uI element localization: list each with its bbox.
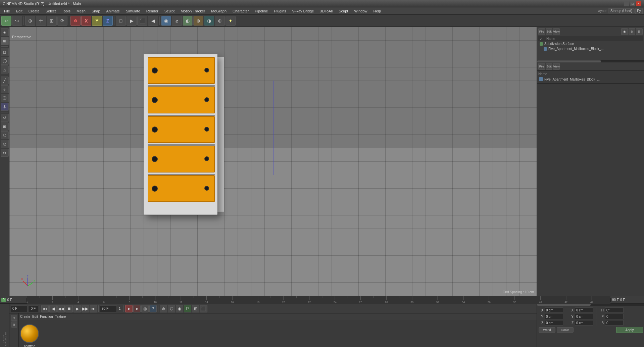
coord-x-size[interactable] (575, 307, 593, 313)
attr-view-btn[interactable]: View (553, 63, 560, 70)
ik-btn[interactable]: ⊞ (192, 305, 199, 312)
menu-simulate[interactable]: Simulate (123, 8, 143, 14)
record-btn[interactable]: ● (125, 305, 133, 312)
select-tool[interactable]: ◈ (1, 28, 9, 36)
light-btn[interactable]: ✦ (226, 16, 236, 26)
hierarchy-icon1[interactable]: ◉ (621, 28, 628, 35)
x-btn[interactable]: X (81, 16, 91, 26)
camera-btn[interactable]: ⊕ (215, 16, 225, 26)
coord-scale-btn[interactable]: Scale (557, 327, 574, 333)
hierarchy-view-btn[interactable]: View (553, 28, 560, 35)
mat-menu-texture[interactable]: Texture (55, 315, 66, 318)
undo-button[interactable]: ↩ (1, 16, 11, 26)
grid-tool[interactable]: ⊞ (1, 122, 9, 131)
menu-plugins[interactable]: Plugins (271, 8, 289, 14)
attr-file-btn[interactable]: File (538, 63, 545, 70)
nurbs-btn[interactable]: ◐ (183, 16, 193, 26)
menu-sculpt[interactable]: Sculpt (162, 8, 178, 14)
coord-p-val[interactable] (605, 314, 624, 319)
menu-help[interactable]: Help (371, 8, 384, 14)
menu-mograph[interactable]: MoGraph (208, 8, 229, 14)
hierarchy-scrollbar[interactable] (537, 60, 644, 62)
edge-tool[interactable]: ◯ (1, 57, 9, 65)
render-region-btn[interactable]: □ (116, 16, 126, 26)
checkerboard-tool[interactable]: ⊞ (1, 37, 9, 45)
menu-tools[interactable]: Tools (59, 8, 73, 14)
maximize-button[interactable]: □ (630, 1, 635, 6)
redo-button[interactable]: ↪ (12, 16, 22, 26)
material-ball-apartme[interactable]: apartme (20, 324, 39, 343)
hierarchy-edit-btn[interactable]: Edit (546, 28, 552, 35)
point-tool[interactable]: △ (1, 65, 9, 73)
stop-btn[interactable]: ⏹ (65, 305, 73, 312)
hex-tool[interactable]: ⬡ (1, 131, 9, 139)
render-to-picture-viewer[interactable]: ▶ (127, 16, 137, 26)
render-active-view[interactable]: ⬛ (137, 16, 147, 26)
coord-h-val[interactable] (605, 307, 624, 313)
mat-tool-1[interactable]: ◻ (11, 315, 17, 321)
coord-z-size[interactable] (575, 320, 593, 326)
x-axis-btn[interactable]: ⊘ (70, 16, 81, 26)
deform-btn[interactable]: ⊗ (193, 16, 203, 26)
ring-tool[interactable]: ⊙ (1, 149, 9, 157)
next-frame-btn[interactable]: ▶▶ (82, 305, 89, 312)
menu-script[interactable]: Script (336, 8, 351, 14)
rotate-tool[interactable]: ⟳ (57, 16, 67, 26)
viewport[interactable]: Edit Cameras Display Options Filter Pane… (9, 27, 537, 296)
motion-btn[interactable]: P (184, 305, 191, 312)
menu-vray[interactable]: V-Ray Bridge (290, 8, 317, 14)
play-reverse-btn[interactable]: ◀◀ (57, 305, 65, 312)
keyframe-sel-btn[interactable]: ◎ (141, 305, 149, 312)
coord-scrollbar[interactable] (537, 304, 644, 306)
attr-edit-btn[interactable]: Edit (546, 63, 552, 70)
coord-world-btn[interactable]: World (539, 327, 555, 333)
snap-btn[interactable]: ⊕ (160, 305, 167, 312)
coord-y-pos[interactable] (545, 314, 563, 319)
minimize-button[interactable]: ─ (624, 1, 629, 6)
goto-start-btn[interactable]: ⏮ (41, 305, 49, 312)
coord-y-size[interactable] (575, 314, 593, 319)
move-tool[interactable]: ✛ (36, 16, 46, 26)
spline-btn[interactable]: ⌀ (172, 16, 182, 26)
coord-x-pos[interactable] (545, 307, 563, 313)
coord-z-pos[interactable] (545, 320, 563, 326)
play-btn[interactable]: ▶ (73, 305, 81, 312)
hierarchy-item-mailbox[interactable]: Five_Apartment_Mailboxes_Block_... (538, 46, 643, 51)
dollar-tool[interactable]: $ (1, 103, 9, 111)
mat-tool-2[interactable]: ⊞ (11, 321, 17, 328)
render-settings[interactable]: ◀ (148, 16, 158, 26)
close-button[interactable]: ✕ (636, 1, 641, 6)
mat-menu-function[interactable]: Function (40, 315, 53, 318)
polygon-tool[interactable]: ◻ (1, 48, 9, 56)
paint-tool[interactable]: ╱ (1, 77, 9, 85)
menu-select[interactable]: Select (43, 8, 59, 14)
menu-mesh[interactable]: Mesh (74, 8, 88, 14)
hierarchy-item-subdivision[interactable]: Subdivision Surface (538, 41, 643, 46)
menu-create[interactable]: Create (26, 8, 42, 14)
menu-character[interactable]: Character (230, 8, 251, 14)
menu-file[interactable]: File (1, 8, 13, 14)
menu-edit[interactable]: Edit (13, 8, 25, 14)
apply-button[interactable]: Apply (616, 327, 643, 333)
spline-draw-tool[interactable]: ⓢ (1, 94, 9, 102)
mat-menu-create[interactable]: Create (20, 315, 30, 318)
layout-selector[interactable]: Startup (Used) (608, 8, 635, 13)
hierarchy-icon2[interactable]: ⊕ (629, 28, 635, 35)
twist-tool[interactable]: ↺ (1, 114, 9, 122)
menu-pipeline[interactable]: Pipeline (252, 8, 270, 14)
menu-motion-tracker[interactable]: Motion Tracker (178, 8, 208, 14)
grid-pb-btn[interactable]: ⬛ (200, 305, 207, 312)
python-btn[interactable]: Py (635, 8, 643, 14)
coord-b-val[interactable] (605, 320, 624, 326)
timeline-ruler[interactable]: 0 2 4 6 8 10 12 14 (27, 296, 610, 304)
autokey-btn[interactable]: ● (133, 305, 141, 312)
environment-btn[interactable]: ◑ (204, 16, 214, 26)
target-tool[interactable]: ◎ (1, 140, 9, 148)
z-btn[interactable]: Z (103, 16, 113, 26)
scroll-handle[interactable] (537, 60, 601, 62)
prev-frame-btn[interactable]: ◀ (49, 305, 57, 312)
menu-render[interactable]: Render (144, 8, 161, 14)
menu-window[interactable]: Window (351, 8, 370, 14)
y-btn[interactable]: Y (92, 16, 102, 26)
menu-3dtoall[interactable]: 3DToAll (317, 8, 335, 14)
